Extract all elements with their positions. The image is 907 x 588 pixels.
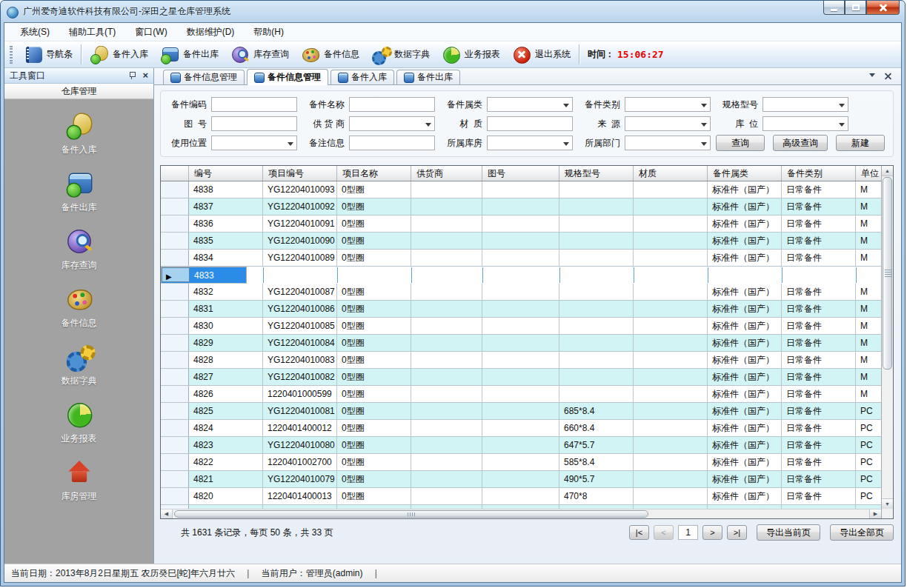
column-header-project_code[interactable]: 项目编号 bbox=[263, 166, 337, 181]
row-indicator[interactable] bbox=[161, 403, 189, 419]
toolbar-button-navigator[interactable]: 导航条 bbox=[17, 44, 79, 66]
row-indicator[interactable] bbox=[161, 284, 189, 300]
new-button[interactable]: 新建 bbox=[836, 135, 885, 151]
sidebar-item-part-in[interactable]: 备件入库 bbox=[62, 110, 97, 156]
column-header-supplier[interactable]: 供货商 bbox=[411, 166, 482, 181]
column-header-id[interactable]: 编号 bbox=[189, 166, 263, 181]
table-row[interactable]: 4825YG122040100810型圈685*8.4标准件（国产）日常备件PC bbox=[161, 403, 881, 420]
horizontal-scrollbar[interactable]: ◀ ▶ bbox=[161, 509, 881, 518]
toolbar-button-stock-search[interactable]: 库存查询 bbox=[225, 44, 295, 66]
menu-item[interactable]: 窗口(W) bbox=[125, 23, 176, 41]
part-code-input[interactable] bbox=[211, 97, 297, 112]
table-row[interactable]: 482012204014000130型圈470*8标准件（国产）日常备件PC bbox=[161, 488, 881, 505]
tab-1[interactable]: 备件信息管理 bbox=[247, 69, 328, 85]
tab-2[interactable]: 备件入库 bbox=[330, 70, 394, 84]
row-indicator[interactable] bbox=[161, 181, 189, 198]
sidebar-close-icon[interactable]: × bbox=[142, 72, 148, 79]
row-indicator[interactable] bbox=[161, 352, 189, 368]
export-all-pages-button[interactable]: 导出全部页 bbox=[830, 524, 894, 541]
close-button[interactable] bbox=[866, 1, 900, 15]
column-header-spec[interactable]: 规格型号 bbox=[559, 166, 634, 181]
row-indicator[interactable] bbox=[161, 335, 189, 351]
part-type-select[interactable] bbox=[625, 97, 711, 112]
column-header-unit[interactable]: 单位 bbox=[856, 166, 881, 181]
warehouse-select[interactable] bbox=[487, 136, 573, 150]
row-indicator[interactable] bbox=[161, 420, 189, 436]
row-indicator[interactable] bbox=[161, 369, 189, 385]
supplier-select[interactable] bbox=[349, 116, 435, 131]
table-row[interactable]: 4835YG122040100900型圈标准件（国产）日常备件M bbox=[161, 233, 881, 250]
table-row[interactable]: 482612204010005990型圈标准件（国产）日常备件M bbox=[161, 386, 881, 403]
tab-close-icon[interactable] bbox=[884, 73, 892, 81]
row-indicator[interactable]: ▶ bbox=[162, 267, 190, 282]
spec-model-select[interactable] bbox=[763, 97, 848, 112]
prev-page-button[interactable]: < bbox=[654, 525, 674, 540]
table-row[interactable]: 4830YG122040100850型圈标准件（国产）日常备件M bbox=[161, 318, 881, 335]
row-indicator[interactable] bbox=[161, 318, 189, 334]
toolbar-button-report[interactable]: 业务报表 bbox=[436, 44, 506, 66]
table-row[interactable]: 4827YG122040100820型圈标准件（国产）日常备件M bbox=[161, 369, 881, 386]
usage-position-select[interactable] bbox=[211, 136, 297, 150]
advanced-query-button[interactable]: 高级查询 bbox=[773, 135, 828, 151]
pin-icon[interactable] bbox=[128, 72, 136, 80]
vertical-scrollbar[interactable]: ▲ ▼ bbox=[881, 166, 893, 518]
horizontal-scrollbar-thumb[interactable] bbox=[174, 510, 648, 518]
vertical-scrollbar-track[interactable] bbox=[882, 176, 893, 498]
toolbar-button-part-in[interactable]: 备件入库 bbox=[84, 44, 154, 66]
row-indicator[interactable] bbox=[161, 488, 189, 504]
row-indicator[interactable] bbox=[161, 198, 189, 215]
next-page-button[interactable]: > bbox=[702, 525, 722, 540]
sidebar-item-part-info[interactable]: 备件信息 bbox=[62, 283, 97, 330]
table-row[interactable]: 4829YG122040100840型圈标准件（国产）日常备件M bbox=[161, 335, 881, 352]
menu-item[interactable]: 数据维护(D) bbox=[177, 23, 245, 41]
drawing-no-input[interactable] bbox=[211, 116, 297, 131]
toolbar-button-part-out[interactable]: 备件出库 bbox=[154, 44, 225, 66]
sidebar-item-part-out[interactable]: 备件出库 bbox=[62, 167, 97, 214]
table-row[interactable]: 4836YG122040100910型圈标准件（国产）日常备件M bbox=[161, 216, 881, 233]
toolbar-button-data-dict[interactable]: 数据字典 bbox=[365, 44, 436, 66]
table-row[interactable]: 4838YG122040100930型圈标准件（国产）日常备件M bbox=[161, 181, 881, 198]
menu-item[interactable]: 帮助(H) bbox=[244, 23, 293, 41]
tab-list-dropdown-icon[interactable] bbox=[869, 73, 875, 80]
export-current-page-button[interactable]: 导出当前页 bbox=[757, 524, 820, 541]
row-indicator[interactable] bbox=[161, 233, 189, 249]
table-row[interactable]: 4828YG122040100830型圈标准件（国产）日常备件M bbox=[161, 352, 881, 369]
column-header-material[interactable]: 材质 bbox=[634, 166, 708, 181]
row-indicator[interactable] bbox=[161, 386, 189, 402]
sidebar-item-report[interactable]: 业务报表 bbox=[62, 398, 97, 445]
table-row[interactable]: 4832YG122040100870型圈标准件（国产）日常备件M bbox=[161, 284, 881, 301]
row-indicator[interactable] bbox=[161, 454, 189, 470]
scroll-up-icon[interactable]: ▲ bbox=[882, 166, 893, 176]
source-select[interactable] bbox=[625, 116, 711, 131]
location-select[interactable] bbox=[763, 116, 848, 131]
row-indicator[interactable] bbox=[161, 301, 189, 317]
table-row[interactable]: 4831YG122040100860型圈标准件（国产）日常备件M bbox=[161, 301, 881, 318]
material-input[interactable] bbox=[487, 116, 573, 131]
table-row[interactable]: 4823YG122040100800型圈647*5.7标准件（国产）日常备件PC bbox=[161, 437, 881, 454]
query-button[interactable]: 查询 bbox=[716, 135, 765, 151]
row-indicator[interactable] bbox=[161, 216, 189, 232]
first-page-button[interactable]: |< bbox=[629, 525, 649, 540]
tab-3[interactable]: 备件出库 bbox=[396, 70, 460, 84]
row-indicator[interactable] bbox=[161, 250, 189, 266]
menu-item[interactable]: 系统(S) bbox=[10, 23, 59, 41]
scroll-left-icon[interactable]: ◀ bbox=[161, 510, 173, 518]
column-header-drawing_no[interactable]: 图号 bbox=[482, 166, 559, 181]
minimize-button[interactable] bbox=[823, 1, 845, 15]
vertical-scrollbar-thumb[interactable] bbox=[883, 177, 892, 370]
department-select[interactable] bbox=[625, 136, 711, 150]
part-category-select[interactable] bbox=[487, 97, 573, 112]
menu-item[interactable]: 辅助工具(T) bbox=[59, 23, 125, 41]
sidebar-item-stock-search[interactable]: 库存查询 bbox=[62, 225, 97, 272]
row-indicator[interactable] bbox=[161, 437, 189, 453]
table-row[interactable]: 4834YG122040100890型圈标准件（国产）日常备件M bbox=[161, 250, 881, 267]
column-header-project_name[interactable]: 项目名称 bbox=[337, 166, 411, 181]
last-page-button[interactable]: >| bbox=[727, 525, 747, 540]
table-row[interactable]: 482412204014000120型圈660*8.4标准件（国产）日常备件PC bbox=[161, 420, 881, 437]
column-header-part_type[interactable]: 备件类别 bbox=[782, 166, 856, 181]
remark-input[interactable] bbox=[349, 136, 435, 150]
toolbar-button-part-info[interactable]: 备件信息 bbox=[295, 44, 365, 66]
toolbar-button-exit[interactable]: 退出系统 bbox=[506, 44, 577, 66]
column-header-part_category[interactable]: 备件属类 bbox=[708, 166, 782, 181]
sidebar-item-warehouse[interactable]: 库房管理 bbox=[62, 456, 97, 503]
